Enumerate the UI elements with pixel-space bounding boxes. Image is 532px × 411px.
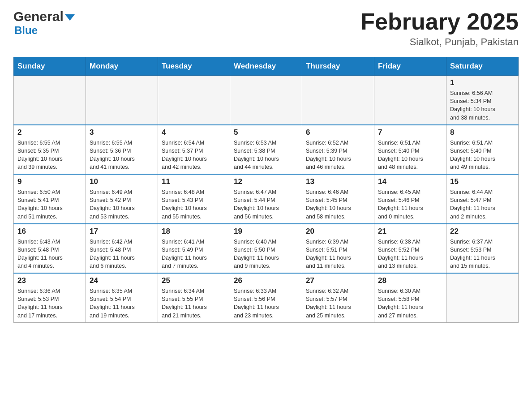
calendar-cell: 23Sunrise: 6:36 AM Sunset: 5:53 PM Dayli… [14, 273, 86, 322]
calendar-cell [14, 76, 86, 125]
calendar-cell: 20Sunrise: 6:39 AM Sunset: 5:51 PM Dayli… [302, 224, 374, 274]
calendar-cell: 24Sunrise: 6:35 AM Sunset: 5:54 PM Dayli… [86, 273, 158, 322]
header-sunday: Sunday [14, 57, 86, 76]
day-info: Sunrise: 6:35 AM Sunset: 5:54 PM Dayligh… [90, 287, 154, 320]
day-info: Sunrise: 6:55 AM Sunset: 5:36 PM Dayligh… [90, 139, 154, 171]
calendar-cell: 6Sunrise: 6:52 AM Sunset: 5:39 PM Daylig… [302, 125, 374, 175]
day-number: 16 [17, 227, 82, 236]
calendar-subtitle: Sialkot, Punjab, Pakistan [360, 36, 519, 48]
day-info: Sunrise: 6:54 AM Sunset: 5:37 PM Dayligh… [162, 139, 226, 171]
day-number: 19 [234, 227, 298, 236]
day-number: 10 [90, 177, 154, 186]
day-info: Sunrise: 6:50 AM Sunset: 5:41 PM Dayligh… [17, 188, 82, 221]
calendar-cell: 18Sunrise: 6:41 AM Sunset: 5:49 PM Dayli… [158, 224, 230, 274]
week-row-2: 2Sunrise: 6:55 AM Sunset: 5:35 PM Daylig… [14, 125, 519, 175]
day-number: 1 [450, 78, 515, 87]
calendar-cell: 11Sunrise: 6:48 AM Sunset: 5:43 PM Dayli… [158, 174, 230, 224]
calendar-cell: 22Sunrise: 6:37 AM Sunset: 5:53 PM Dayli… [446, 224, 519, 274]
calendar-cell: 17Sunrise: 6:42 AM Sunset: 5:48 PM Dayli… [86, 224, 158, 274]
calendar-cell: 1Sunrise: 6:56 AM Sunset: 5:34 PM Daylig… [446, 76, 519, 125]
day-info: Sunrise: 6:43 AM Sunset: 5:48 PM Dayligh… [17, 238, 82, 270]
day-info: Sunrise: 6:42 AM Sunset: 5:48 PM Dayligh… [90, 238, 154, 270]
day-number: 26 [234, 276, 298, 285]
day-info: Sunrise: 6:41 AM Sunset: 5:49 PM Dayligh… [162, 238, 226, 270]
header-monday: Monday [86, 57, 158, 76]
calendar-cell: 3Sunrise: 6:55 AM Sunset: 5:36 PM Daylig… [86, 125, 158, 175]
title-section: February 2025 Sialkot, Punjab, Pakistan [360, 9, 519, 48]
calendar-cell: 8Sunrise: 6:51 AM Sunset: 5:40 PM Daylig… [446, 125, 519, 175]
day-number: 11 [162, 177, 226, 186]
day-info: Sunrise: 6:33 AM Sunset: 5:56 PM Dayligh… [234, 287, 298, 320]
day-info: Sunrise: 6:45 AM Sunset: 5:46 PM Dayligh… [378, 188, 442, 221]
day-info: Sunrise: 6:34 AM Sunset: 5:55 PM Dayligh… [162, 287, 226, 320]
logo-blue-text: Blue [14, 24, 38, 37]
calendar-cell: 12Sunrise: 6:47 AM Sunset: 5:44 PM Dayli… [230, 174, 302, 224]
day-number: 15 [450, 177, 515, 186]
calendar-title: February 2025 [360, 9, 519, 34]
day-info: Sunrise: 6:56 AM Sunset: 5:34 PM Dayligh… [450, 89, 515, 122]
day-number: 9 [17, 177, 82, 186]
calendar-cell: 9Sunrise: 6:50 AM Sunset: 5:41 PM Daylig… [14, 174, 86, 224]
day-number: 28 [378, 276, 442, 285]
day-number: 22 [450, 227, 515, 236]
calendar-cell [230, 76, 302, 125]
day-number: 12 [234, 177, 298, 186]
day-info: Sunrise: 6:52 AM Sunset: 5:39 PM Dayligh… [306, 139, 370, 171]
calendar-header-row: Sunday Monday Tuesday Wednesday Thursday… [14, 57, 519, 76]
day-number: 13 [306, 177, 370, 186]
header-saturday: Saturday [446, 57, 519, 76]
day-number: 14 [378, 177, 442, 186]
day-number: 4 [162, 128, 226, 137]
day-number: 21 [378, 227, 442, 236]
week-row-5: 23Sunrise: 6:36 AM Sunset: 5:53 PM Dayli… [14, 273, 519, 322]
day-number: 27 [306, 276, 370, 285]
day-info: Sunrise: 6:46 AM Sunset: 5:45 PM Dayligh… [306, 188, 370, 221]
day-number: 23 [17, 276, 82, 285]
calendar-cell: 26Sunrise: 6:33 AM Sunset: 5:56 PM Dayli… [230, 273, 302, 322]
calendar-cell [374, 76, 446, 125]
day-number: 6 [306, 128, 370, 137]
calendar-cell: 15Sunrise: 6:44 AM Sunset: 5:47 PM Dayli… [446, 174, 519, 224]
calendar-cell [302, 76, 374, 125]
day-info: Sunrise: 6:53 AM Sunset: 5:38 PM Dayligh… [234, 139, 298, 171]
logo: General Blue [13, 9, 75, 37]
day-number: 20 [306, 227, 370, 236]
day-info: Sunrise: 6:55 AM Sunset: 5:35 PM Dayligh… [17, 139, 82, 171]
day-info: Sunrise: 6:36 AM Sunset: 5:53 PM Dayligh… [17, 287, 82, 320]
day-info: Sunrise: 6:44 AM Sunset: 5:47 PM Dayligh… [450, 188, 515, 221]
day-info: Sunrise: 6:38 AM Sunset: 5:52 PM Dayligh… [378, 238, 442, 270]
day-info: Sunrise: 6:47 AM Sunset: 5:44 PM Dayligh… [234, 188, 298, 221]
calendar-cell: 19Sunrise: 6:40 AM Sunset: 5:50 PM Dayli… [230, 224, 302, 274]
day-info: Sunrise: 6:49 AM Sunset: 5:42 PM Dayligh… [90, 188, 154, 221]
week-row-4: 16Sunrise: 6:43 AM Sunset: 5:48 PM Dayli… [14, 224, 519, 274]
calendar-table: Sunday Monday Tuesday Wednesday Thursday… [13, 57, 519, 323]
calendar-cell [86, 76, 158, 125]
day-info: Sunrise: 6:30 AM Sunset: 5:58 PM Dayligh… [378, 287, 442, 320]
calendar-cell [158, 76, 230, 125]
week-row-3: 9Sunrise: 6:50 AM Sunset: 5:41 PM Daylig… [14, 174, 519, 224]
day-info: Sunrise: 6:32 AM Sunset: 5:57 PM Dayligh… [306, 287, 370, 320]
header-thursday: Thursday [302, 57, 374, 76]
day-info: Sunrise: 6:37 AM Sunset: 5:53 PM Dayligh… [450, 238, 515, 270]
day-info: Sunrise: 6:39 AM Sunset: 5:51 PM Dayligh… [306, 238, 370, 270]
calendar-cell: 14Sunrise: 6:45 AM Sunset: 5:46 PM Dayli… [374, 174, 446, 224]
logo-arrow-icon [65, 14, 75, 21]
week-row-1: 1Sunrise: 6:56 AM Sunset: 5:34 PM Daylig… [14, 76, 519, 125]
header-friday: Friday [374, 57, 446, 76]
calendar-cell: 21Sunrise: 6:38 AM Sunset: 5:52 PM Dayli… [374, 224, 446, 274]
calendar-cell: 10Sunrise: 6:49 AM Sunset: 5:42 PM Dayli… [86, 174, 158, 224]
day-number: 8 [450, 128, 515, 137]
day-number: 2 [17, 128, 82, 137]
calendar-cell: 13Sunrise: 6:46 AM Sunset: 5:45 PM Dayli… [302, 174, 374, 224]
day-info: Sunrise: 6:40 AM Sunset: 5:50 PM Dayligh… [234, 238, 298, 270]
day-number: 18 [162, 227, 226, 236]
calendar-cell: 28Sunrise: 6:30 AM Sunset: 5:58 PM Dayli… [374, 273, 446, 322]
day-number: 5 [234, 128, 298, 137]
calendar-cell: 5Sunrise: 6:53 AM Sunset: 5:38 PM Daylig… [230, 125, 302, 175]
header-wednesday: Wednesday [230, 57, 302, 76]
logo-general-text: General [13, 9, 64, 24]
calendar-cell: 16Sunrise: 6:43 AM Sunset: 5:48 PM Dayli… [14, 224, 86, 274]
calendar-cell: 25Sunrise: 6:34 AM Sunset: 5:55 PM Dayli… [158, 273, 230, 322]
day-number: 24 [90, 276, 154, 285]
calendar-cell: 7Sunrise: 6:51 AM Sunset: 5:40 PM Daylig… [374, 125, 446, 175]
